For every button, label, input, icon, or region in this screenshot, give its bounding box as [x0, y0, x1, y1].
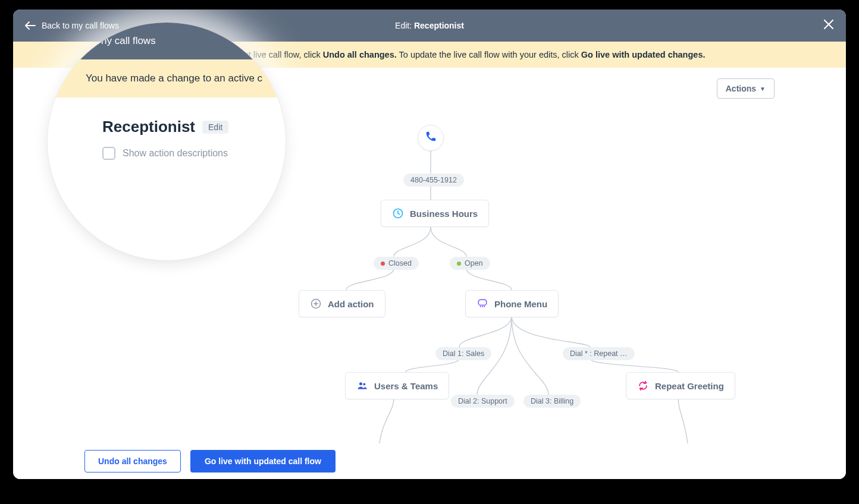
repeat-greeting-node[interactable]: Repeat Greeting [626, 372, 735, 399]
go-live-button[interactable]: Go live with updated call flow [190, 450, 336, 472]
app-window: Back to my call flows Edit: Receptionist… [13, 10, 846, 479]
back-link[interactable]: Back to my call flows [25, 21, 119, 30]
edit-flow-name-button[interactable]: Edit [202, 121, 228, 134]
add-action-node[interactable]: Add action [299, 290, 385, 317]
flow-title-row: Receptionist Edit [102, 118, 274, 136]
show-descriptions-label: Show action descriptions [123, 148, 228, 159]
header-title: Edit: Receptionist [395, 21, 464, 30]
phone-menu-node[interactable]: Phone Menu [465, 290, 559, 317]
clock-icon [392, 207, 404, 219]
svg-point-2 [480, 306, 481, 307]
svg-point-4 [484, 306, 485, 307]
close-button[interactable] [823, 19, 834, 32]
root-phone-node[interactable] [418, 125, 444, 151]
phone-icon [424, 130, 437, 146]
phone-menu-icon [476, 298, 488, 310]
dial-1-pill[interactable]: Dial 1: Sales [435, 347, 491, 360]
users-teams-node[interactable]: Users & Teams [345, 372, 449, 399]
closed-branch-pill[interactable]: Closed [374, 257, 419, 270]
show-descriptions-checkbox[interactable] [102, 147, 115, 160]
status-dot-open-icon [457, 262, 461, 266]
close-icon [823, 19, 834, 30]
back-label: Back to my call flows [42, 21, 119, 30]
show-descriptions-row: Show action descriptions [102, 147, 274, 160]
undo-all-button[interactable]: Undo all changes [84, 450, 181, 472]
arrow-left-icon [25, 21, 36, 30]
users-icon [356, 380, 368, 392]
dial-2-pill[interactable]: Dial 2: Support [451, 395, 515, 408]
refresh-icon [637, 380, 649, 392]
plus-circle-icon [310, 298, 322, 310]
business-hours-node[interactable]: Business Hours [381, 200, 489, 227]
svg-point-3 [482, 306, 483, 307]
status-dot-closed-icon [381, 262, 385, 266]
magnifier-banner-fragment: You have made a change to an active c [48, 59, 286, 97]
open-branch-pill[interactable]: Open [450, 257, 490, 270]
phone-number-pill[interactable]: 480-455-1912 [403, 174, 464, 187]
footer-bar: Undo all changes Go live with updated ca… [13, 443, 846, 479]
svg-point-5 [359, 382, 362, 385]
dial-3-pill[interactable]: Dial 3: Billing [523, 395, 581, 408]
svg-point-6 [363, 383, 365, 386]
magnifier-overlay: ny call flows You have made a change to … [48, 23, 286, 260]
dial-star-pill[interactable]: Dial * : Repeat … [563, 347, 635, 360]
flow-title: Receptionist [102, 118, 195, 136]
